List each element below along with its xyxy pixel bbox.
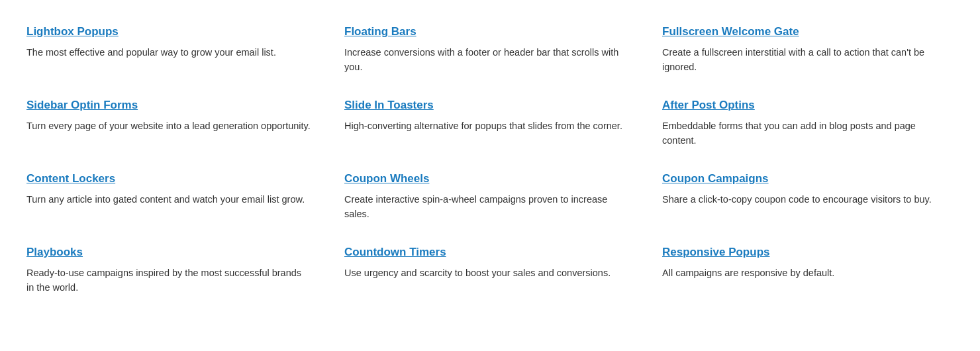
feature-link-5[interactable]: After Post Optins bbox=[662, 99, 755, 112]
feature-desc-7: Create interactive spin-a-wheel campaign… bbox=[344, 192, 629, 222]
feature-cell: Floating BarsIncrease conversions with a… bbox=[331, 13, 649, 87]
feature-cell: Fullscreen Welcome GateCreate a fullscre… bbox=[649, 13, 967, 87]
feature-desc-11: All campaigns are responsive by default. bbox=[662, 266, 947, 280]
feature-cell: Sidebar Optin FormsTurn every page of yo… bbox=[13, 87, 331, 160]
feature-link-10[interactable]: Countdown Timers bbox=[344, 246, 446, 259]
feature-desc-0: The most effective and popular way to gr… bbox=[26, 45, 311, 60]
feature-desc-9: Ready-to-use campaigns inspired by the m… bbox=[26, 266, 311, 295]
feature-link-0[interactable]: Lightbox Popups bbox=[26, 25, 119, 38]
feature-cell: Lightbox PopupsThe most effective and po… bbox=[13, 13, 331, 87]
feature-desc-8: Share a click-to-copy coupon code to enc… bbox=[662, 192, 947, 207]
feature-cell: Slide In ToastersHigh-converting alterna… bbox=[331, 87, 649, 160]
feature-link-7[interactable]: Coupon Wheels bbox=[344, 172, 429, 185]
feature-cell: Coupon WheelsCreate interactive spin-a-w… bbox=[331, 160, 649, 234]
feature-cell: Coupon CampaignsShare a click-to-copy co… bbox=[649, 160, 967, 234]
feature-desc-6: Turn any article into gated content and … bbox=[26, 192, 311, 207]
feature-link-9[interactable]: Playbooks bbox=[26, 246, 83, 259]
feature-desc-5: Embeddable forms that you can add in blo… bbox=[662, 119, 947, 148]
feature-link-6[interactable]: Content Lockers bbox=[26, 172, 115, 185]
feature-desc-4: High-converting alternative for popups t… bbox=[344, 119, 629, 133]
feature-cell: After Post OptinsEmbeddable forms that y… bbox=[649, 87, 967, 160]
feature-grid: Lightbox PopupsThe most effective and po… bbox=[0, 0, 980, 321]
feature-link-4[interactable]: Slide In Toasters bbox=[344, 99, 434, 112]
feature-link-11[interactable]: Responsive Popups bbox=[662, 246, 769, 259]
feature-cell: Content LockersTurn any article into gat… bbox=[13, 160, 331, 234]
feature-link-1[interactable]: Floating Bars bbox=[344, 25, 416, 38]
feature-link-2[interactable]: Fullscreen Welcome Gate bbox=[662, 25, 799, 38]
feature-cell: Responsive PopupsAll campaigns are respo… bbox=[649, 234, 967, 307]
feature-desc-3: Turn every page of your website into a l… bbox=[26, 119, 311, 133]
feature-cell: PlaybooksReady-to-use campaigns inspired… bbox=[13, 234, 331, 307]
feature-desc-1: Increase conversions with a footer or he… bbox=[344, 45, 629, 75]
feature-link-3[interactable]: Sidebar Optin Forms bbox=[26, 99, 138, 112]
feature-cell: Countdown TimersUse urgency and scarcity… bbox=[331, 234, 649, 307]
feature-desc-2: Create a fullscreen interstitial with a … bbox=[662, 45, 947, 75]
feature-link-8[interactable]: Coupon Campaigns bbox=[662, 172, 769, 185]
feature-desc-10: Use urgency and scarcity to boost your s… bbox=[344, 266, 629, 280]
